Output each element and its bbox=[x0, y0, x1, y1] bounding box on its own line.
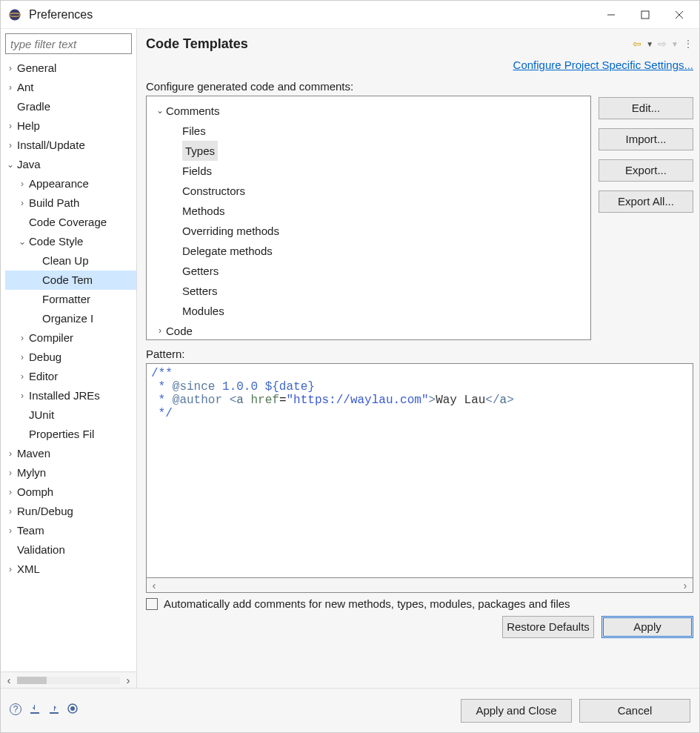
close-button[interactable] bbox=[662, 3, 696, 27]
nav-validation[interactable]: Validation bbox=[17, 540, 67, 560]
scroll-left-icon[interactable]: ‹ bbox=[1, 674, 17, 686]
tree-files[interactable]: Files bbox=[182, 121, 206, 141]
tree-types[interactable]: Types bbox=[182, 141, 218, 161]
tree-methods[interactable]: Methods bbox=[182, 201, 225, 221]
back-arrow-icon[interactable]: ⇦ bbox=[633, 38, 641, 50]
tree-delegate[interactable]: Delegate methods bbox=[182, 241, 273, 261]
record-icon[interactable] bbox=[67, 703, 78, 718]
nav-clean-up[interactable]: Clean Up bbox=[42, 251, 90, 271]
nav-code-templates[interactable]: Code Tem bbox=[42, 271, 94, 290]
expand-icon[interactable]: › bbox=[17, 367, 27, 386]
nav-junit[interactable]: JUnit bbox=[29, 405, 56, 425]
minimize-button[interactable] bbox=[594, 3, 628, 27]
nav-code-coverage[interactable]: Code Coverage bbox=[29, 213, 108, 232]
expand-icon[interactable]: › bbox=[17, 174, 27, 193]
pattern-textarea[interactable]: /** * @since 1.0.0 ${date} * @author <a … bbox=[146, 363, 693, 578]
scroll-left-icon[interactable]: ‹ bbox=[147, 579, 161, 591]
nav-mylyn[interactable]: Mylyn bbox=[17, 463, 47, 482]
expand-icon[interactable]: › bbox=[17, 328, 27, 348]
nav-general[interactable]: General bbox=[17, 59, 58, 78]
view-menu-icon[interactable]: ⋮ bbox=[683, 38, 693, 50]
tree-constructors[interactable]: Constructors bbox=[182, 181, 245, 201]
expand-icon[interactable]: › bbox=[17, 348, 27, 367]
preferences-tree[interactable]: ›General ›Ant ·Gradle ›Help ›Install/Upd… bbox=[1, 56, 136, 671]
expand-icon[interactable]: › bbox=[5, 116, 16, 136]
page-title: Code Templates bbox=[146, 36, 248, 52]
expand-icon[interactable]: › bbox=[17, 193, 27, 213]
nav-appearance[interactable]: Appearance bbox=[29, 174, 90, 193]
nav-properties-files[interactable]: Properties Fil bbox=[29, 425, 96, 444]
nav-xml[interactable]: XML bbox=[17, 560, 41, 579]
collapse-icon[interactable]: ⌄ bbox=[17, 232, 27, 251]
svg-point-7 bbox=[70, 706, 75, 711]
nav-gradle[interactable]: Gradle bbox=[17, 97, 52, 116]
tree-overriding[interactable]: Overriding methods bbox=[182, 221, 279, 241]
expand-icon[interactable]: › bbox=[5, 502, 16, 521]
forward-dropdown-icon[interactable]: ▼ bbox=[671, 40, 679, 48]
export-button[interactable]: Export... bbox=[599, 159, 693, 182]
nav-organize-imports[interactable]: Organize I bbox=[42, 309, 95, 328]
import-prefs-icon[interactable] bbox=[29, 703, 41, 718]
auto-comments-checkbox[interactable] bbox=[146, 598, 158, 610]
nav-editor[interactable]: Editor bbox=[29, 367, 59, 386]
tree-modules[interactable]: Modules bbox=[182, 301, 224, 321]
expand-icon[interactable]: › bbox=[5, 78, 16, 97]
nav-team[interactable]: Team bbox=[17, 521, 46, 540]
nav-run-debug[interactable]: Run/Debug bbox=[17, 502, 75, 521]
expand-icon[interactable]: › bbox=[5, 521, 16, 540]
nav-installed-jres[interactable]: Installed JREs bbox=[29, 386, 101, 405]
tree-code[interactable]: Code bbox=[166, 321, 193, 340]
eclipse-icon bbox=[8, 8, 21, 21]
template-tree[interactable]: ⌄Comments ·Files ·Types ·Fields ·Constru… bbox=[146, 96, 591, 340]
expand-icon[interactable]: › bbox=[5, 463, 16, 482]
nav-ant[interactable]: Ant bbox=[17, 78, 36, 97]
nav-install-update[interactable]: Install/Update bbox=[17, 136, 87, 155]
project-settings-link[interactable]: Configure Project Specific Settings... bbox=[513, 59, 693, 71]
filter-input[interactable] bbox=[5, 33, 132, 54]
sidebar-hscrollbar[interactable]: ‹ › bbox=[1, 671, 136, 688]
expand-icon[interactable]: › bbox=[5, 59, 16, 78]
import-button[interactable]: Import... bbox=[599, 128, 693, 150]
scroll-right-icon[interactable]: › bbox=[120, 674, 136, 686]
pattern-label: Pattern: bbox=[146, 348, 693, 360]
nav-build-path[interactable]: Build Path bbox=[29, 193, 81, 213]
scroll-right-icon[interactable]: › bbox=[678, 579, 693, 591]
nav-help[interactable]: Help bbox=[17, 116, 41, 136]
tree-setters[interactable]: Setters bbox=[182, 281, 218, 301]
apply-and-close-button[interactable]: Apply and Close bbox=[461, 699, 572, 723]
pattern-hscrollbar[interactable]: ‹ › bbox=[146, 578, 693, 593]
configure-label: Configure generated code and comments: bbox=[146, 80, 693, 93]
auto-comments-label: Automatically add comments for new metho… bbox=[164, 597, 570, 610]
nav-maven[interactable]: Maven bbox=[17, 444, 52, 463]
restore-defaults-button[interactable]: Restore Defaults bbox=[502, 616, 594, 638]
window-title: Preferences bbox=[29, 8, 594, 21]
expand-icon[interactable]: › bbox=[5, 482, 16, 502]
expand-icon[interactable]: › bbox=[17, 386, 27, 405]
help-icon[interactable]: ? bbox=[10, 703, 21, 715]
expand-icon[interactable]: › bbox=[5, 444, 16, 463]
titlebar: Preferences bbox=[1, 1, 699, 29]
nav-java[interactable]: Java bbox=[17, 155, 42, 174]
collapse-icon[interactable]: ⌄ bbox=[154, 101, 166, 121]
apply-button[interactable]: Apply bbox=[601, 616, 693, 638]
export-all-button[interactable]: Export All... bbox=[599, 190, 693, 213]
nav-formatter[interactable]: Formatter bbox=[42, 290, 92, 309]
expand-icon[interactable]: › bbox=[5, 136, 16, 155]
nav-oomph[interactable]: Oomph bbox=[17, 482, 55, 502]
forward-arrow-icon[interactable]: ⇨ bbox=[658, 38, 667, 50]
cancel-button[interactable]: Cancel bbox=[579, 699, 690, 723]
edit-button[interactable]: Edit... bbox=[599, 97, 693, 119]
nav-debug[interactable]: Debug bbox=[29, 348, 63, 367]
maximize-button[interactable] bbox=[628, 3, 662, 27]
tree-comments[interactable]: Comments bbox=[166, 101, 220, 121]
export-prefs-icon[interactable] bbox=[48, 703, 60, 718]
preferences-sidebar: ›General ›Ant ·Gradle ›Help ›Install/Upd… bbox=[1, 29, 137, 688]
back-dropdown-icon[interactable]: ▼ bbox=[646, 40, 653, 48]
tree-fields[interactable]: Fields bbox=[182, 161, 212, 181]
tree-getters[interactable]: Getters bbox=[182, 261, 219, 281]
expand-icon[interactable]: › bbox=[5, 560, 16, 579]
nav-compiler[interactable]: Compiler bbox=[29, 328, 75, 348]
expand-icon[interactable]: › bbox=[154, 321, 166, 340]
nav-code-style[interactable]: Code Style bbox=[29, 232, 84, 251]
collapse-icon[interactable]: ⌄ bbox=[5, 155, 16, 174]
